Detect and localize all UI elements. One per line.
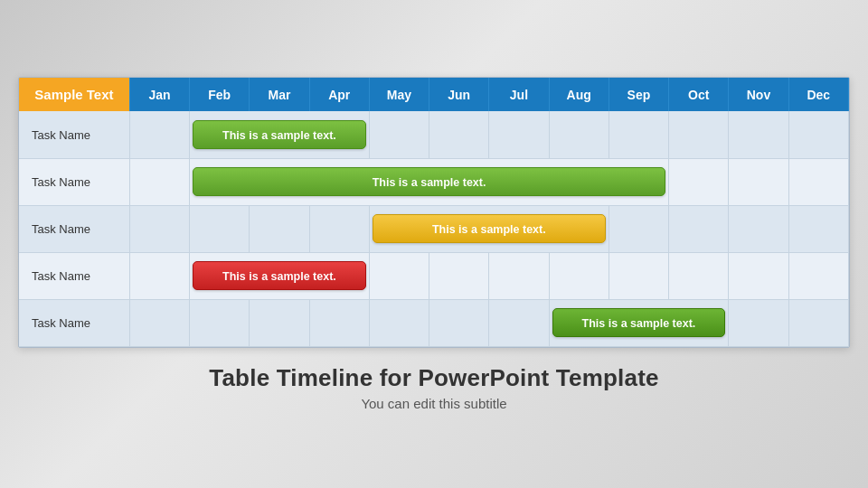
cell xyxy=(190,299,250,346)
cell xyxy=(729,111,788,158)
task-name: Task Name xyxy=(19,299,129,346)
cell xyxy=(729,205,788,252)
table-row: Task Name This is a sample text. xyxy=(19,205,849,252)
table-row: Task Name This is a sample text. xyxy=(19,111,849,158)
cell xyxy=(309,205,369,252)
gantt-bar-row5[interactable]: This is a sample text. xyxy=(552,308,726,337)
task-name: Task Name xyxy=(19,252,129,299)
header-nov: Nov xyxy=(729,78,788,111)
header-jul: Jul xyxy=(489,78,549,111)
header-sep: Sep xyxy=(609,78,668,111)
cell xyxy=(309,299,369,346)
header-feb: Feb xyxy=(190,78,250,111)
footer: Table Timeline for PowerPoint Template Y… xyxy=(209,364,658,411)
task-name: Task Name xyxy=(19,158,129,205)
gantt-bar-row1[interactable]: This is a sample text. xyxy=(193,120,366,149)
cell xyxy=(369,252,429,299)
cell xyxy=(788,299,848,346)
cell xyxy=(609,205,668,252)
cell xyxy=(489,299,549,346)
gantt-cell-row1: This is a sample text. xyxy=(190,111,370,158)
table-row: Task Name This is a sample text. xyxy=(19,158,849,205)
gantt-bar-row4[interactable]: This is a sample text. xyxy=(193,261,366,290)
header-oct: Oct xyxy=(669,78,729,111)
footer-title: Table Timeline for PowerPoint Template xyxy=(209,364,658,392)
cell xyxy=(549,252,609,299)
gantt-bar-row2[interactable]: This is a sample text. xyxy=(193,167,665,196)
table-row: Task Name This is a sample text. xyxy=(19,252,849,299)
main-container: Sample Text Jan Feb Mar Apr May Jun Jul … xyxy=(18,77,850,411)
cell xyxy=(729,299,788,346)
cell xyxy=(549,111,609,158)
header-may: May xyxy=(369,78,429,111)
task-name: Task Name xyxy=(19,111,129,158)
gantt-cell-row4: This is a sample text. xyxy=(190,252,370,299)
cell xyxy=(609,252,668,299)
header-aug: Aug xyxy=(549,78,609,111)
cell xyxy=(609,111,668,158)
cell xyxy=(429,111,489,158)
header-label: Sample Text xyxy=(19,78,129,111)
cell xyxy=(129,252,189,299)
cell xyxy=(129,158,189,205)
gantt-cell-row5: This is a sample text. xyxy=(549,299,729,346)
cell xyxy=(669,205,729,252)
timeline-table-wrapper: Sample Text Jan Feb Mar Apr May Jun Jul … xyxy=(18,77,850,348)
cell xyxy=(729,158,788,205)
header-mar: Mar xyxy=(250,78,309,111)
cell xyxy=(190,205,250,252)
cell xyxy=(250,205,309,252)
cell xyxy=(129,111,189,158)
cell xyxy=(429,252,489,299)
cell xyxy=(669,252,729,299)
header-jun: Jun xyxy=(429,78,489,111)
cell xyxy=(669,111,729,158)
cell xyxy=(729,252,788,299)
cell xyxy=(489,252,549,299)
cell xyxy=(369,299,429,346)
cell xyxy=(788,158,848,205)
cell xyxy=(788,111,848,158)
task-name: Task Name xyxy=(19,205,129,252)
timeline-table: Sample Text Jan Feb Mar Apr May Jun Jul … xyxy=(19,78,849,347)
cell xyxy=(788,205,848,252)
header-jan: Jan xyxy=(129,78,189,111)
cell xyxy=(788,252,848,299)
cell xyxy=(429,299,489,346)
gantt-cell-row3: This is a sample text. xyxy=(369,205,609,252)
gantt-cell-row2: This is a sample text. xyxy=(190,158,669,205)
header-dec: Dec xyxy=(788,78,848,111)
cell xyxy=(369,111,429,158)
footer-subtitle: You can edit this subtitle xyxy=(209,396,658,411)
gantt-bar-row3[interactable]: This is a sample text. xyxy=(373,214,606,243)
cell xyxy=(250,299,309,346)
cell xyxy=(669,158,729,205)
header-apr: Apr xyxy=(309,78,369,111)
cell xyxy=(489,111,549,158)
table-row: Task Name This is a sample text. xyxy=(19,299,849,346)
cell xyxy=(129,299,189,346)
cell xyxy=(129,205,189,252)
